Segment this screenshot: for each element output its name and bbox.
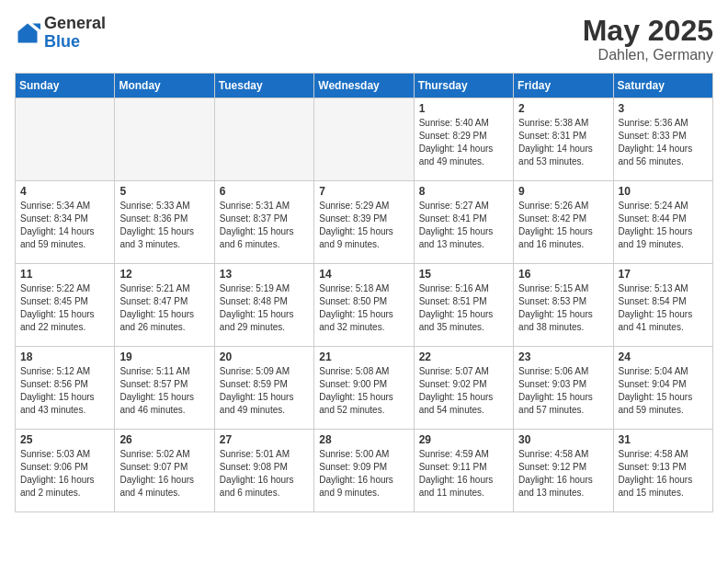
calendar-cell: 15Sunrise: 5:16 AM Sunset: 8:51 PM Dayli… [414,264,513,347]
day-info: Sunrise: 5:19 AM Sunset: 8:48 PM Dayligh… [220,282,309,334]
col-header-wednesday: Wednesday [314,74,414,98]
col-header-monday: Monday [115,74,214,98]
calendar-cell: 19Sunrise: 5:11 AM Sunset: 8:57 PM Dayli… [115,347,214,430]
day-info: Sunrise: 5:11 AM Sunset: 8:57 PM Dayligh… [119,365,209,417]
calendar-cell: 4Sunrise: 5:34 AM Sunset: 8:34 PM Daylig… [16,181,115,264]
day-number: 14 [319,268,408,281]
day-info: Sunrise: 4:58 AM Sunset: 9:13 PM Dayligh… [619,448,708,500]
calendar-cell [16,98,115,181]
day-info: Sunrise: 5:38 AM Sunset: 8:31 PM Dayligh… [518,117,608,168]
day-number: 26 [119,433,209,446]
logo-general-text: General [44,14,106,32]
day-info: Sunrise: 5:12 AM Sunset: 8:56 PM Dayligh… [20,365,109,417]
calendar-cell: 1Sunrise: 5:40 AM Sunset: 8:29 PM Daylig… [414,98,513,181]
calendar-cell: 18Sunrise: 5:12 AM Sunset: 8:56 PM Dayli… [16,347,115,430]
day-info: Sunrise: 5:07 AM Sunset: 9:02 PM Dayligh… [419,365,508,417]
calendar-week-row: 4Sunrise: 5:34 AM Sunset: 8:34 PM Daylig… [16,181,713,264]
calendar-location: Dahlen, Germany [583,47,713,63]
day-info: Sunrise: 5:31 AM Sunset: 8:37 PM Dayligh… [220,200,309,251]
day-number: 23 [518,350,608,363]
calendar-cell: 3Sunrise: 5:36 AM Sunset: 8:33 PM Daylig… [613,98,712,181]
title-block: May 2025 Dahlen, Germany [583,15,713,63]
day-number: 25 [20,433,109,446]
calendar-cell: 11Sunrise: 5:22 AM Sunset: 8:45 PM Dayli… [16,264,115,347]
day-number: 16 [518,268,608,281]
day-info: Sunrise: 5:33 AM Sunset: 8:36 PM Dayligh… [119,200,209,251]
calendar-cell: 25Sunrise: 5:03 AM Sunset: 9:06 PM Dayli… [16,430,115,512]
day-number: 18 [20,350,109,363]
svg-marker-0 [18,23,38,42]
day-number: 21 [319,350,408,363]
day-number: 9 [518,185,608,198]
calendar-header-row: SundayMondayTuesdayWednesdayThursdayFrid… [16,74,713,98]
calendar-cell: 20Sunrise: 5:09 AM Sunset: 8:59 PM Dayli… [214,347,313,430]
logo-icon [15,20,40,46]
calendar-cell: 26Sunrise: 5:02 AM Sunset: 9:07 PM Dayli… [115,430,214,512]
calendar-cell: 7Sunrise: 5:29 AM Sunset: 8:39 PM Daylig… [314,181,414,264]
calendar-table: SundayMondayTuesdayWednesdayThursdayFrid… [15,73,713,512]
calendar-week-row: 11Sunrise: 5:22 AM Sunset: 8:45 PM Dayli… [16,264,713,347]
day-number: 15 [419,268,508,281]
logo-blue-text: Blue [44,32,80,51]
calendar-cell: 24Sunrise: 5:04 AM Sunset: 9:04 PM Dayli… [613,347,712,430]
day-number: 17 [619,268,708,281]
day-info: Sunrise: 5:36 AM Sunset: 8:33 PM Dayligh… [619,117,708,168]
calendar-week-row: 1Sunrise: 5:40 AM Sunset: 8:29 PM Daylig… [16,98,713,181]
day-info: Sunrise: 4:58 AM Sunset: 9:12 PM Dayligh… [518,448,608,500]
day-info: Sunrise: 5:02 AM Sunset: 9:07 PM Dayligh… [119,448,209,500]
col-header-tuesday: Tuesday [214,74,313,98]
day-info: Sunrise: 5:34 AM Sunset: 8:34 PM Dayligh… [20,200,109,251]
calendar-cell [214,98,313,181]
calendar-cell: 8Sunrise: 5:27 AM Sunset: 8:41 PM Daylig… [414,181,513,264]
calendar-cell: 27Sunrise: 5:01 AM Sunset: 9:08 PM Dayli… [214,430,313,512]
col-header-saturday: Saturday [613,74,712,98]
calendar-cell: 31Sunrise: 4:58 AM Sunset: 9:13 PM Dayli… [613,430,712,512]
day-info: Sunrise: 5:01 AM Sunset: 9:08 PM Dayligh… [220,448,309,500]
col-header-sunday: Sunday [16,74,115,98]
day-info: Sunrise: 5:27 AM Sunset: 8:41 PM Dayligh… [419,200,508,251]
day-info: Sunrise: 5:00 AM Sunset: 9:09 PM Dayligh… [319,448,408,500]
day-info: Sunrise: 5:06 AM Sunset: 9:03 PM Dayligh… [518,365,608,417]
day-number: 29 [419,433,508,446]
day-info: Sunrise: 5:21 AM Sunset: 8:47 PM Dayligh… [119,282,209,334]
day-number: 6 [220,185,309,198]
day-number: 20 [220,350,309,363]
day-info: Sunrise: 5:08 AM Sunset: 9:00 PM Dayligh… [319,365,408,417]
calendar-cell: 2Sunrise: 5:38 AM Sunset: 8:31 PM Daylig… [514,98,613,181]
calendar-cell: 13Sunrise: 5:19 AM Sunset: 8:48 PM Dayli… [214,264,313,347]
calendar-cell: 10Sunrise: 5:24 AM Sunset: 8:44 PM Dayli… [613,181,712,264]
day-number: 13 [220,268,309,281]
calendar-cell: 14Sunrise: 5:18 AM Sunset: 8:50 PM Dayli… [314,264,414,347]
day-number: 5 [119,185,209,198]
calendar-cell: 12Sunrise: 5:21 AM Sunset: 8:47 PM Dayli… [115,264,214,347]
calendar-cell [314,98,414,181]
day-number: 30 [518,433,608,446]
day-info: Sunrise: 5:26 AM Sunset: 8:42 PM Dayligh… [518,200,608,251]
day-info: Sunrise: 5:16 AM Sunset: 8:51 PM Dayligh… [419,282,508,334]
calendar-cell: 28Sunrise: 5:00 AM Sunset: 9:09 PM Dayli… [314,430,414,512]
day-number: 3 [619,102,708,115]
day-number: 11 [20,268,109,281]
calendar-cell: 30Sunrise: 4:58 AM Sunset: 9:12 PM Dayli… [514,430,613,512]
calendar-cell: 6Sunrise: 5:31 AM Sunset: 8:37 PM Daylig… [214,181,313,264]
day-info: Sunrise: 5:04 AM Sunset: 9:04 PM Dayligh… [619,365,708,417]
day-info: Sunrise: 5:15 AM Sunset: 8:53 PM Dayligh… [518,282,608,334]
day-info: Sunrise: 5:13 AM Sunset: 8:54 PM Dayligh… [619,282,708,334]
day-info: Sunrise: 4:59 AM Sunset: 9:11 PM Dayligh… [419,448,508,500]
day-info: Sunrise: 5:29 AM Sunset: 8:39 PM Dayligh… [319,200,408,251]
calendar-cell: 22Sunrise: 5:07 AM Sunset: 9:02 PM Dayli… [414,347,513,430]
day-number: 19 [119,350,209,363]
day-number: 8 [419,185,508,198]
calendar-cell: 21Sunrise: 5:08 AM Sunset: 9:00 PM Dayli… [314,347,414,430]
col-header-thursday: Thursday [414,74,513,98]
calendar-cell: 29Sunrise: 4:59 AM Sunset: 9:11 PM Dayli… [414,430,513,512]
col-header-friday: Friday [514,74,613,98]
calendar-cell [115,98,214,181]
calendar-cell: 23Sunrise: 5:06 AM Sunset: 9:03 PM Dayli… [514,347,613,430]
day-number: 27 [220,433,309,446]
calendar-week-row: 18Sunrise: 5:12 AM Sunset: 8:56 PM Dayli… [16,347,713,430]
day-number: 24 [619,350,708,363]
day-info: Sunrise: 5:18 AM Sunset: 8:50 PM Dayligh… [319,282,408,334]
day-number: 12 [119,268,209,281]
logo: General Blue [15,15,106,52]
